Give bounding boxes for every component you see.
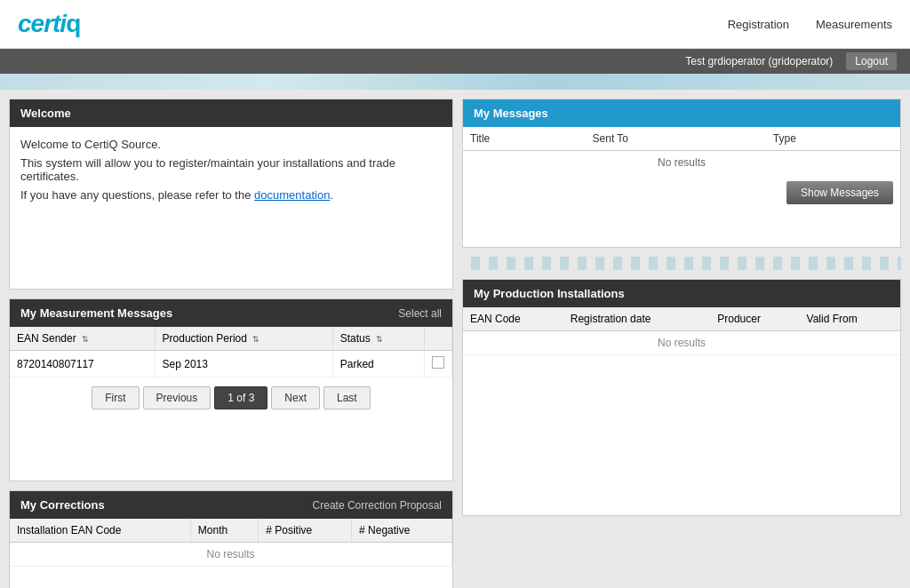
- show-messages-container: Show Messages: [463, 174, 900, 211]
- production-installations-table: EAN Code Registration date Producer Vali…: [463, 307, 900, 355]
- documentation-link[interactable]: documentation: [254, 188, 330, 202]
- corrections-header-row: Installation EAN Code Month # Positive #…: [10, 519, 452, 543]
- corrections-no-results: No results: [10, 543, 452, 567]
- measurement-table-header-row: EAN Sender ⇅ Production Period ⇅ Status …: [10, 327, 452, 351]
- col-msg-sent-to: Sent To: [586, 127, 766, 151]
- col-production-period: Production Period ⇅: [155, 327, 332, 351]
- corrections-title: My Corrections: [20, 498, 105, 512]
- col-msg-type: Type: [766, 127, 900, 151]
- welcome-panel-header: Welcome: [10, 99, 452, 127]
- messages-no-results-row: No results: [463, 151, 900, 175]
- corrections-body: Installation EAN Code Month # Positive #…: [10, 519, 452, 588]
- welcome-doc-suffix: .: [330, 188, 333, 202]
- top-navigation: certiq Registration Measurements: [0, 0, 910, 49]
- wave-decoration-mid: [462, 257, 901, 270]
- messages-spacer: [463, 211, 900, 247]
- production-installations-header: My Production Installations: [463, 280, 900, 307]
- col-msg-title: Title: [463, 127, 586, 151]
- sort-arrows-status[interactable]: ⇅: [376, 335, 383, 344]
- nav-measurements[interactable]: Measurements: [816, 18, 892, 31]
- corrections-spacer: [10, 567, 452, 588]
- corrections-table: Installation EAN Code Month # Positive #…: [10, 519, 452, 567]
- messages-table: Title Sent To Type No results: [463, 127, 900, 174]
- col-month: Month: [190, 519, 258, 543]
- page-first-button[interactable]: First: [92, 386, 139, 409]
- measurement-messages-title: My Measurement Messages: [20, 306, 172, 320]
- col-ean-sender-label: EAN Sender: [17, 332, 76, 345]
- right-column: My Messages Title Sent To Type No result…: [462, 99, 901, 588]
- welcome-line3: If you have any questions, please refer …: [20, 188, 442, 202]
- logo-area: certiq: [18, 10, 80, 38]
- welcome-line2: This system will allow you to register/m…: [20, 156, 442, 183]
- main-content: Welcome Welcome to CertiQ Source. This s…: [0, 90, 910, 588]
- left-column: Welcome Welcome to CertiQ Source. This s…: [9, 99, 453, 588]
- col-status: Status ⇅: [332, 327, 424, 351]
- page-next-button[interactable]: Next: [271, 386, 320, 409]
- welcome-line3-text: If you have any questions, please refer …: [20, 188, 251, 202]
- col-status-label: Status: [340, 332, 371, 345]
- nav-registration[interactable]: Registration: [728, 18, 789, 31]
- welcome-panel-body: Welcome to CertiQ Source. This system wi…: [10, 127, 452, 218]
- table-row: 8720140807117 Sep 2013 Parked: [10, 351, 452, 377]
- welcome-panel: Welcome Welcome to CertiQ Source. This s…: [9, 99, 453, 290]
- user-info: Test grdioperator (gridoperator): [685, 55, 833, 68]
- page-current-button[interactable]: 1 of 3: [214, 386, 267, 409]
- corrections-header: My Corrections Create Correction Proposa…: [10, 491, 452, 519]
- page-last-button[interactable]: Last: [323, 386, 371, 409]
- col-ean-sender: EAN Sender ⇅: [10, 327, 155, 351]
- my-messages-panel: My Messages Title Sent To Type No result…: [462, 99, 901, 248]
- prod-spacer: [463, 355, 900, 515]
- prod-no-results-row: No results: [463, 331, 900, 355]
- page-previous-button[interactable]: Previous: [143, 386, 212, 409]
- col-checkbox-header: [425, 327, 452, 351]
- my-messages-body: Title Sent To Type No results Show Messa…: [463, 127, 900, 247]
- row-checkbox[interactable]: [432, 356, 444, 369]
- welcome-title: Welcome: [20, 107, 71, 120]
- corrections-panel: My Corrections Create Correction Proposa…: [9, 490, 453, 588]
- welcome-line1: Welcome to CertiQ Source.: [20, 138, 442, 151]
- measurement-messages-header: My Measurement Messages Select all: [10, 299, 452, 327]
- col-reg-date: Registration date: [563, 307, 711, 331]
- cell-status: Parked: [332, 351, 424, 377]
- measurement-messages-panel: My Measurement Messages Select all EAN S…: [9, 298, 453, 481]
- prod-no-results: No results: [463, 331, 900, 355]
- col-positive: # Positive: [259, 519, 352, 543]
- cell-period: Sep 2013: [155, 351, 332, 377]
- col-production-period-label: Production Period: [163, 332, 247, 345]
- measurement-spacer: [10, 418, 452, 481]
- wave-decoration-top: [0, 74, 910, 90]
- cell-checkbox[interactable]: [425, 351, 452, 377]
- cell-ean: 8720140807117: [10, 351, 155, 377]
- corrections-no-results-row: No results: [10, 543, 452, 567]
- col-producer: Producer: [710, 307, 799, 331]
- col-negative: # Negative: [352, 519, 452, 543]
- prod-header-row: EAN Code Registration date Producer Vali…: [463, 307, 900, 331]
- sort-arrows-ean[interactable]: ⇅: [82, 335, 89, 344]
- logo: certiq: [18, 10, 80, 38]
- messages-header-row: Title Sent To Type: [463, 127, 900, 151]
- create-correction-link[interactable]: Create Correction Proposal: [313, 499, 442, 512]
- welcome-spacer: [10, 218, 452, 289]
- production-installations-title: My Production Installations: [474, 287, 625, 300]
- production-installations-panel: My Production Installations EAN Code Reg…: [462, 279, 901, 516]
- my-messages-header: My Messages: [463, 99, 900, 127]
- user-bar: Test grdioperator (gridoperator) Logout: [0, 49, 910, 74]
- measurement-messages-body: EAN Sender ⇅ Production Period ⇅ Status …: [10, 327, 452, 481]
- col-valid-from: Valid From: [800, 307, 900, 331]
- messages-no-results: No results: [463, 151, 900, 175]
- select-all-link[interactable]: Select all: [398, 307, 442, 320]
- show-messages-button[interactable]: Show Messages: [786, 181, 893, 204]
- production-installations-body: EAN Code Registration date Producer Vali…: [463, 307, 900, 515]
- my-messages-title: My Messages: [474, 107, 548, 120]
- col-ean-code: EAN Code: [463, 307, 563, 331]
- pagination: First Previous 1 of 3 Next Last: [10, 377, 452, 418]
- col-installation-ean: Installation EAN Code: [10, 519, 190, 543]
- measurement-messages-table: EAN Sender ⇅ Production Period ⇅ Status …: [10, 327, 452, 377]
- logout-button[interactable]: Logout: [846, 52, 897, 70]
- sort-arrows-period[interactable]: ⇅: [252, 335, 259, 344]
- nav-links: Registration Measurements: [728, 18, 892, 31]
